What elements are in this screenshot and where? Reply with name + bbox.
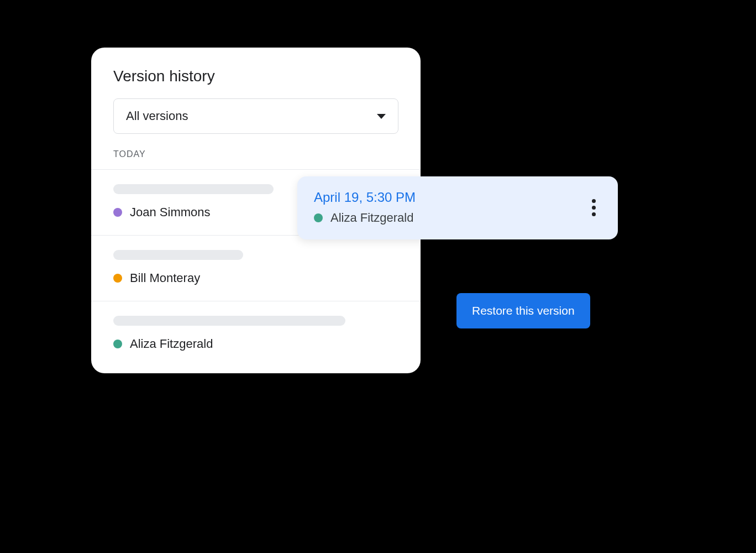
section-header: TODAY bbox=[91, 149, 421, 169]
more-options-icon[interactable] bbox=[586, 194, 601, 222]
version-callout[interactable]: April 19, 5:30 PM Aliza Fitzgerald bbox=[297, 176, 618, 239]
author-name: Bill Monteray bbox=[130, 271, 200, 285]
callout-content: April 19, 5:30 PM Aliza Fitzgerald bbox=[314, 190, 416, 225]
author-dot-icon bbox=[113, 274, 122, 283]
author-row: Bill Monteray bbox=[113, 271, 398, 285]
author-row: Aliza Fitzgerald bbox=[113, 337, 398, 351]
filter-dropdown[interactable]: All versions bbox=[113, 98, 398, 134]
callout-author-row: Aliza Fitzgerald bbox=[314, 211, 416, 225]
version-item[interactable]: Aliza Fitzgerald bbox=[91, 301, 421, 373]
author-name: Aliza Fitzgerald bbox=[130, 337, 213, 351]
chevron-down-icon bbox=[377, 114, 386, 119]
author-dot-icon bbox=[314, 213, 323, 222]
placeholder-line bbox=[113, 316, 345, 326]
placeholder-line bbox=[113, 250, 243, 260]
restore-button[interactable]: Restore this version bbox=[456, 293, 590, 328]
author-dot-icon bbox=[113, 340, 122, 348]
version-timestamp: April 19, 5:30 PM bbox=[314, 190, 416, 205]
version-item[interactable]: Bill Monteray bbox=[91, 236, 421, 301]
callout-author-name: Aliza Fitzgerald bbox=[330, 211, 413, 225]
panel-title: Version history bbox=[91, 67, 421, 98]
author-dot-icon bbox=[113, 208, 122, 217]
filter-selected: All versions bbox=[126, 109, 188, 123]
author-name: Joan Simmons bbox=[130, 205, 211, 220]
placeholder-line bbox=[113, 184, 274, 194]
